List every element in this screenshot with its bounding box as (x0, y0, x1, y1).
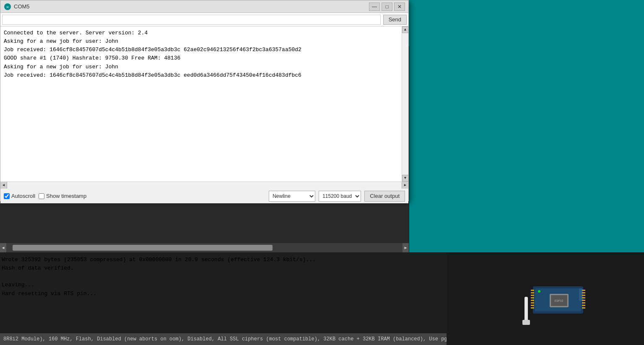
status-text: 8R8i2 Module), 160 MHz, Flash, Disabled … (3, 336, 447, 342)
svg-text:∞: ∞ (6, 5, 9, 9)
svg-rect-22 (582, 305, 585, 306)
autoscroll-text: Autoscroll (11, 193, 35, 199)
svg-rect-16 (582, 290, 585, 291)
console-line-4: Leaving... (2, 281, 445, 289)
vertical-scrollbar[interactable]: ▲ ▼ (402, 26, 408, 182)
svg-rect-9 (531, 292, 534, 293)
output-text: Connected to the server. Server version:… (0, 26, 402, 182)
output-line-6: Job received: 1646cf8c8457607d5c4c4b51b8… (4, 71, 398, 80)
window-controls: — □ ✕ (369, 3, 405, 11)
svg-rect-10 (531, 295, 534, 296)
output-horizontal-scrollbar[interactable]: ◀ ▶ (0, 182, 408, 188)
output-line-2: Asking for a new job for user: John (4, 37, 398, 46)
serial-monitor-window: ∞ COM5 — □ ✕ Send Connected to the serve… (0, 0, 409, 201)
svg-point-24 (538, 290, 540, 293)
show-timestamp-label[interactable]: Show timestamp (39, 193, 86, 199)
serial-monitor-toolbar: Autoscroll Show timestamp Newline No lin… (0, 188, 408, 203)
newline-dropdown[interactable]: Newline No line ending Carriage return B… (269, 191, 315, 202)
console-line-1: Wrote 325392 bytes (235053 compressed) a… (2, 256, 445, 264)
console-line-2: Hash of data verified. (2, 264, 445, 272)
status-bar: 8R8i2 Module), 160 MHz, Flash, Disabled … (0, 333, 447, 345)
close-button[interactable]: ✕ (394, 3, 405, 11)
svg-rect-7 (579, 288, 582, 301)
console-line-5: Hard resetting via RTS pin... (2, 290, 445, 298)
autoscroll-checkbox[interactable] (4, 193, 10, 199)
svg-rect-18 (582, 295, 585, 296)
svg-rect-23 (582, 307, 585, 309)
serial-input-field[interactable] (2, 15, 381, 25)
output-line-1: Connected to the server. Server version:… (4, 29, 398, 37)
svg-rect-1 (522, 320, 530, 325)
svg-rect-14 (531, 305, 534, 306)
svg-rect-12 (531, 300, 534, 301)
send-button[interactable]: Send (383, 15, 407, 25)
arduino-right-panel (409, 0, 644, 260)
clear-output-button[interactable]: Clear output (364, 191, 405, 202)
show-timestamp-text: Show timestamp (46, 193, 86, 199)
show-timestamp-checkbox[interactable] (39, 193, 44, 199)
hardware-photo: ESP32 (447, 252, 644, 345)
console-line-3 (2, 272, 445, 281)
esp32-board-image: ESP32 (499, 265, 592, 332)
svg-rect-21 (582, 302, 585, 303)
minimize-button[interactable]: — (369, 3, 380, 11)
output-area: Connected to the server. Server version:… (0, 26, 408, 182)
window-title: COM5 (14, 3, 369, 10)
maximize-button[interactable]: □ (382, 3, 392, 11)
scroll-track[interactable] (402, 33, 408, 175)
output-line-5: Asking for a new job for user: John (4, 63, 398, 71)
h-scroll-track[interactable] (7, 182, 402, 189)
output-line-4: GOOD share #1 (1740) Hashrate: 9750.30 F… (4, 54, 398, 62)
h-scroll-right-arrow[interactable]: ▶ (402, 182, 408, 189)
svg-rect-0 (525, 297, 528, 322)
scroll-down-arrow[interactable]: ▼ (402, 175, 409, 182)
svg-rect-15 (531, 307, 534, 309)
bottom-console: Wrote 325392 bytes (235053 compressed) a… (0, 252, 447, 334)
code-horizontal-scrollbar[interactable]: ◀ ▶ (0, 243, 409, 252)
svg-rect-13 (531, 302, 534, 303)
autoscroll-label[interactable]: Autoscroll (4, 193, 35, 199)
h-scroll-left-arrow[interactable]: ◀ (0, 182, 7, 189)
svg-rect-11 (531, 297, 534, 298)
svg-rect-20 (582, 300, 585, 301)
svg-rect-8 (531, 290, 534, 291)
svg-text:ESP32: ESP32 (554, 299, 563, 303)
baud-rate-dropdown[interactable]: 115200 baud 9600 baud 57600 baud 230400 … (319, 191, 361, 202)
console-text: Wrote 325392 bytes (235053 compressed) a… (0, 252, 447, 301)
svg-rect-17 (582, 292, 585, 293)
output-line-3: Job received: 1646cf8c8457607d5c4c4b51b8… (4, 46, 398, 54)
svg-rect-19 (582, 297, 585, 298)
arduino-logo-icon: ∞ (4, 3, 11, 10)
scrollbar-thumb[interactable] (13, 245, 273, 251)
scroll-right-arrow[interactable]: ▶ (402, 243, 409, 252)
serial-monitor-titlebar: ∞ COM5 — □ ✕ (0, 0, 408, 13)
scroll-up-arrow[interactable]: ▲ (402, 26, 409, 33)
serial-input-row: Send (0, 13, 408, 26)
arduino-icon: ∞ (4, 3, 11, 10)
scroll-left-arrow[interactable]: ◀ (0, 243, 6, 252)
